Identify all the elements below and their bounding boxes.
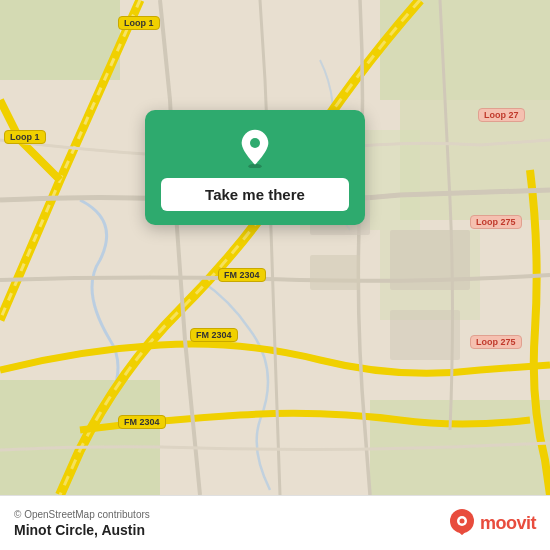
road-label-fm2304-3: FM 2304 — [118, 415, 166, 429]
road-label-fm2304-1: FM 2304 — [218, 268, 266, 282]
moovit-brand-text: moovit — [480, 513, 536, 534]
svg-rect-3 — [400, 100, 550, 220]
svg-rect-9 — [390, 230, 470, 290]
svg-rect-4 — [0, 380, 160, 495]
svg-point-13 — [250, 138, 260, 148]
bottom-bar: © OpenStreetMap contributors Minot Circl… — [0, 495, 550, 550]
road-label-loop27: Loop 27 — [478, 108, 525, 122]
map-container: Loop 1 Loop 1 Loop 27 Loop 275 Loop 275 … — [0, 0, 550, 495]
road-label-loop275-2: Loop 275 — [470, 335, 522, 349]
road-label-fm2304-2: FM 2304 — [190, 328, 238, 342]
bottom-left-info: © OpenStreetMap contributors Minot Circl… — [14, 509, 150, 538]
map-attribution: © OpenStreetMap contributors — [14, 509, 150, 520]
location-name: Minot Circle, Austin — [14, 522, 150, 538]
moovit-logo: moovit — [448, 509, 536, 537]
svg-rect-10 — [310, 255, 360, 290]
take-me-there-button[interactable]: Take me there — [161, 178, 349, 211]
svg-rect-1 — [0, 0, 120, 80]
location-pin-icon — [235, 128, 275, 168]
map-svg — [0, 0, 550, 495]
road-label-loop275-1: Loop 275 — [470, 215, 522, 229]
road-label-loop1-left: Loop 1 — [4, 130, 46, 144]
moovit-pin-icon — [448, 509, 476, 537]
road-label-loop1-top: Loop 1 — [118, 16, 160, 30]
svg-point-16 — [459, 519, 464, 524]
svg-rect-11 — [390, 310, 460, 360]
popup-card: Take me there — [145, 110, 365, 225]
